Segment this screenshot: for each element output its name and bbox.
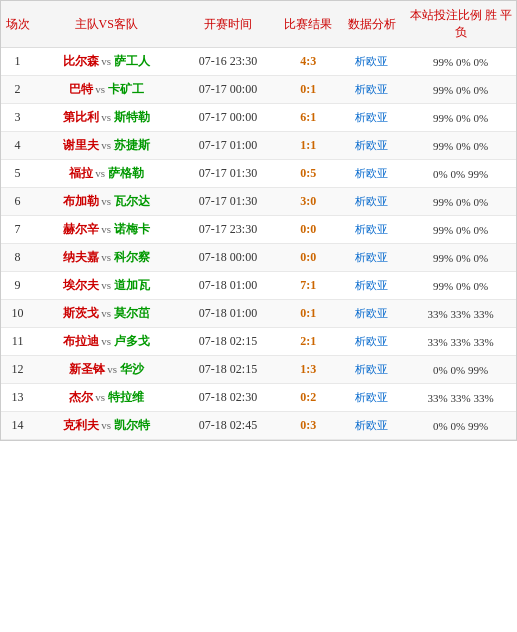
table-row: 14克利夫 vs 凯尔特07-18 02:450:3析欧亚0% 0% 99% [1, 412, 516, 440]
row-odds: 99% 0% 0% [405, 104, 516, 132]
home-team: 福拉 [69, 166, 93, 180]
row-time: 07-18 02:30 [178, 384, 278, 412]
header-time: 开赛时间 [178, 1, 278, 48]
vs-separator: vs [99, 195, 114, 207]
away-team: 瓦尔达 [114, 194, 150, 208]
row-analyze[interactable]: 析欧亚 [339, 412, 405, 440]
header-score: 比赛结果 [278, 1, 339, 48]
row-index: 9 [1, 272, 34, 300]
row-analyze[interactable]: 析欧亚 [339, 188, 405, 216]
analyze-link[interactable]: 析欧亚 [355, 83, 388, 95]
table-row: 9埃尔夫 vs 道加瓦07-18 01:007:1析欧亚99% 0% 0% [1, 272, 516, 300]
away-team: 莫尔茁 [114, 306, 150, 320]
row-score: 0:3 [278, 412, 339, 440]
home-team: 斯茨戈 [63, 306, 99, 320]
home-team: 第比利 [63, 110, 99, 124]
home-team: 布加勒 [63, 194, 99, 208]
row-time: 07-17 01:30 [178, 160, 278, 188]
table-row: 13杰尔 vs 特拉维07-18 02:300:2析欧亚33% 33% 33% [1, 384, 516, 412]
analyze-link[interactable]: 析欧亚 [355, 419, 388, 431]
row-analyze[interactable]: 析欧亚 [339, 132, 405, 160]
analyze-link[interactable]: 析欧亚 [355, 111, 388, 123]
analyze-link[interactable]: 析欧亚 [355, 251, 388, 263]
row-teams: 新圣钵 vs 华沙 [34, 356, 178, 384]
row-odds: 0% 0% 99% [405, 356, 516, 384]
row-analyze[interactable]: 析欧亚 [339, 328, 405, 356]
analyze-link[interactable]: 析欧亚 [355, 55, 388, 67]
row-teams: 谢里夫 vs 苏捷斯 [34, 132, 178, 160]
row-time: 07-17 00:00 [178, 76, 278, 104]
vs-separator: vs [99, 307, 114, 319]
analyze-link[interactable]: 析欧亚 [355, 167, 388, 179]
row-index: 11 [1, 328, 34, 356]
row-time: 07-17 00:00 [178, 104, 278, 132]
row-odds: 99% 0% 0% [405, 76, 516, 104]
home-team: 比尔森 [63, 54, 99, 68]
row-index: 8 [1, 244, 34, 272]
row-time: 07-18 02:45 [178, 412, 278, 440]
table-row: 1比尔森 vs 萨工人07-16 23:304:3析欧亚99% 0% 0% [1, 48, 516, 76]
home-team: 纳夫嘉 [63, 250, 99, 264]
away-team: 凯尔特 [114, 418, 150, 432]
row-odds: 33% 33% 33% [405, 300, 516, 328]
home-team: 巴特 [69, 82, 93, 96]
row-odds: 99% 0% 0% [405, 48, 516, 76]
row-odds: 99% 0% 0% [405, 216, 516, 244]
row-teams: 埃尔夫 vs 道加瓦 [34, 272, 178, 300]
row-time: 07-18 00:00 [178, 244, 278, 272]
analyze-link[interactable]: 析欧亚 [355, 335, 388, 347]
away-team: 华沙 [120, 362, 144, 376]
row-analyze[interactable]: 析欧亚 [339, 356, 405, 384]
row-score: 0:1 [278, 76, 339, 104]
row-analyze[interactable]: 析欧亚 [339, 244, 405, 272]
row-teams: 布拉迪 vs 卢多戈 [34, 328, 178, 356]
vs-separator: vs [93, 167, 108, 179]
away-team: 萨格勒 [108, 166, 144, 180]
row-time: 07-18 01:00 [178, 300, 278, 328]
away-team: 卢多戈 [114, 334, 150, 348]
row-score: 0:1 [278, 300, 339, 328]
vs-separator: vs [99, 279, 114, 291]
row-analyze[interactable]: 析欧亚 [339, 384, 405, 412]
analyze-link[interactable]: 析欧亚 [355, 279, 388, 291]
analyze-link[interactable]: 析欧亚 [355, 195, 388, 207]
row-teams: 纳夫嘉 vs 科尔察 [34, 244, 178, 272]
away-team: 萨工人 [114, 54, 150, 68]
analyze-link[interactable]: 析欧亚 [355, 307, 388, 319]
row-analyze[interactable]: 析欧亚 [339, 48, 405, 76]
row-teams: 巴特 vs 卡矿工 [34, 76, 178, 104]
row-teams: 福拉 vs 萨格勒 [34, 160, 178, 188]
analyze-link[interactable]: 析欧亚 [355, 139, 388, 151]
row-index: 2 [1, 76, 34, 104]
analyze-link[interactable]: 析欧亚 [355, 223, 388, 235]
away-team: 卡矿工 [108, 82, 144, 96]
row-index: 14 [1, 412, 34, 440]
away-team: 诺梅卡 [114, 222, 150, 236]
row-teams: 第比利 vs 斯特勒 [34, 104, 178, 132]
row-index: 7 [1, 216, 34, 244]
home-team: 布拉迪 [63, 334, 99, 348]
row-analyze[interactable]: 析欧亚 [339, 160, 405, 188]
row-analyze[interactable]: 析欧亚 [339, 216, 405, 244]
table-row: 7赫尔辛 vs 诺梅卡07-17 23:300:0析欧亚99% 0% 0% [1, 216, 516, 244]
analyze-link[interactable]: 析欧亚 [355, 363, 388, 375]
matches-table: 场次 主队VS客队 开赛时间 比赛结果 数据分析 本站投注比例 胜 平 负 1比… [1, 1, 516, 440]
row-analyze[interactable]: 析欧亚 [339, 104, 405, 132]
table-row: 2巴特 vs 卡矿工07-17 00:000:1析欧亚99% 0% 0% [1, 76, 516, 104]
vs-separator: vs [99, 55, 114, 67]
row-teams: 布加勒 vs 瓦尔达 [34, 188, 178, 216]
row-time: 07-18 02:15 [178, 356, 278, 384]
row-odds: 33% 33% 33% [405, 328, 516, 356]
row-score: 3:0 [278, 188, 339, 216]
row-score: 4:3 [278, 48, 339, 76]
vs-separator: vs [105, 363, 120, 375]
main-table-container: 场次 主队VS客队 开赛时间 比赛结果 数据分析 本站投注比例 胜 平 负 1比… [0, 0, 517, 441]
header-index: 场次 [1, 1, 34, 48]
row-time: 07-17 23:30 [178, 216, 278, 244]
row-analyze[interactable]: 析欧亚 [339, 300, 405, 328]
row-time: 07-17 01:30 [178, 188, 278, 216]
analyze-link[interactable]: 析欧亚 [355, 391, 388, 403]
away-team: 道加瓦 [114, 278, 150, 292]
row-analyze[interactable]: 析欧亚 [339, 272, 405, 300]
row-analyze[interactable]: 析欧亚 [339, 76, 405, 104]
